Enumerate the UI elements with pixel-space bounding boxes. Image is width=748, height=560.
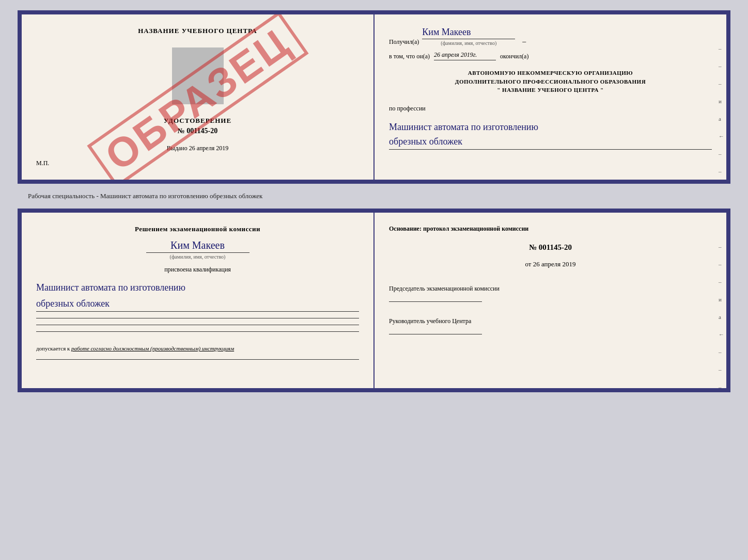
vydano-label: Выдано xyxy=(167,145,188,152)
fio-underline xyxy=(146,252,250,253)
side-marks-bottom: – – – и а ← – – – xyxy=(719,244,724,390)
top-card-right: Получил(а) Ким Макеев (фамилия, имя, отч… xyxy=(375,14,726,180)
poluchil-label: Получил(а) xyxy=(389,38,419,46)
bottom-line-4 xyxy=(36,359,359,360)
rukov-block: Руководитель учебного Центра xyxy=(389,316,712,334)
po-professii-label: по профессии xyxy=(389,105,712,113)
rukov-label: Руководитель учебного Центра xyxy=(389,316,712,326)
bottom-line-2 xyxy=(36,325,359,325)
poluchil-name-block: Ким Макеев (фамилия, имя, отчество) xyxy=(422,27,515,46)
vydano-date: 26 апреля 2019 xyxy=(189,145,228,152)
bottom-name-block: Ким Макеев (фамилия, имя, отчество) xyxy=(36,239,359,260)
vydano-line: Выдано 26 апреля 2019 xyxy=(167,145,228,152)
predsedatel-sign-line xyxy=(389,301,482,302)
dopuskaetsya-text: работе согласно должностным (производств… xyxy=(71,345,234,351)
org-line3: " НАЗВАНИЕ УЧЕБНОГО ЦЕНТРА " xyxy=(389,86,712,94)
bottom-name: Ким Макеев xyxy=(36,239,359,251)
middle-text: Рабочая специальность - Машинист автомат… xyxy=(18,190,730,202)
profession-line1: Машинист автомата по изготовлению обрезн… xyxy=(389,120,712,150)
ot-label: от xyxy=(525,260,531,268)
prisvoena-label: присвоена квалификация xyxy=(36,266,359,274)
top-certificate-card: НАЗВАНИЕ УЧЕБНОГО ЦЕНТРА УДОСТОВЕРЕНИЕ №… xyxy=(18,10,730,184)
school-name-top: НАЗВАНИЕ УЧЕБНОГО ЦЕНТРА xyxy=(138,27,257,35)
protokol-number: № 001145-20 xyxy=(389,243,712,252)
osnov-label: Основание: протокол экзаменационной коми… xyxy=(389,225,712,233)
cert-block: УДОСТОВЕРЕНИЕ № 001145-20 xyxy=(164,117,231,137)
bottom-card-left: Решением экзаменационной комиссии Ким Ма… xyxy=(22,213,375,388)
org-line2: ДОПОЛНИТЕЛЬНОГО ПРОФЕССИОНАЛЬНОГО ОБРАЗО… xyxy=(389,77,712,86)
cert-number: № 001145-20 xyxy=(164,127,231,135)
org-block: АВТОНОМНУЮ НЕКОММЕРЧЕСКУЮ ОРГАНИЗАЦИЮ ДО… xyxy=(389,69,712,94)
vtom-row: в том, что он(а) 26 апреля 2019г. окончи… xyxy=(389,51,712,60)
bottom-fio-sub: (фамилия, имя, отчество) xyxy=(36,254,359,260)
dopuskaetsya-label: допускается к xyxy=(36,345,70,351)
vtom-date: 26 апреля 2019г. xyxy=(434,51,496,60)
vtom-label: в том, что он(а) xyxy=(389,53,430,60)
ot-date-block: от 26 апреля 2019 xyxy=(389,260,712,268)
rukov-sign-line xyxy=(389,334,482,334)
ot-date: 26 апреля 2019 xyxy=(533,260,576,268)
bottom-card-right: Основание: протокол экзаменационной коми… xyxy=(375,213,726,388)
predsedatel-label: Председатель экзаменационной комиссии xyxy=(389,284,712,293)
dash-after-name: – xyxy=(522,38,526,46)
poluchil-name: Ким Макеев xyxy=(422,27,515,39)
predsedatel-block: Председатель экзаменационной комиссии xyxy=(389,284,712,302)
bottom-line-1 xyxy=(36,318,359,318)
side-marks-top: – – – и а ← – – – xyxy=(719,45,724,184)
bottom-line-3 xyxy=(36,331,359,332)
cert-label: УДОСТОВЕРЕНИЕ xyxy=(164,117,231,125)
top-card-left: НАЗВАНИЕ УЧЕБНОГО ЦЕНТРА УДОСТОВЕРЕНИЕ №… xyxy=(22,14,375,180)
qualification-line2: обрезных обложек xyxy=(36,296,359,312)
bottom-certificate-card: Решением экзаменационной комиссии Ким Ма… xyxy=(18,209,730,392)
dopuskaetsya-block: допускается к работе согласно должностны… xyxy=(36,344,359,353)
qualification-line1: Машинист автомата по изготовлению xyxy=(36,280,359,296)
okonchil-label: окончил(а) xyxy=(500,53,528,60)
resheniem-label: Решением экзаменационной комиссии xyxy=(36,225,359,233)
qualification-block: Машинист автомата по изготовлению обрезн… xyxy=(36,280,359,312)
photo-placeholder xyxy=(172,47,224,104)
poluchil-row: Получил(а) Ким Макеев (фамилия, имя, отч… xyxy=(389,27,712,46)
mp-label: М.П. xyxy=(36,159,49,167)
org-line1: АВТОНОМНУЮ НЕКОММЕРЧЕСКУЮ ОРГАНИЗАЦИЮ xyxy=(389,69,712,77)
fio-sub-top: (фамилия, имя, отчество) xyxy=(422,40,515,46)
